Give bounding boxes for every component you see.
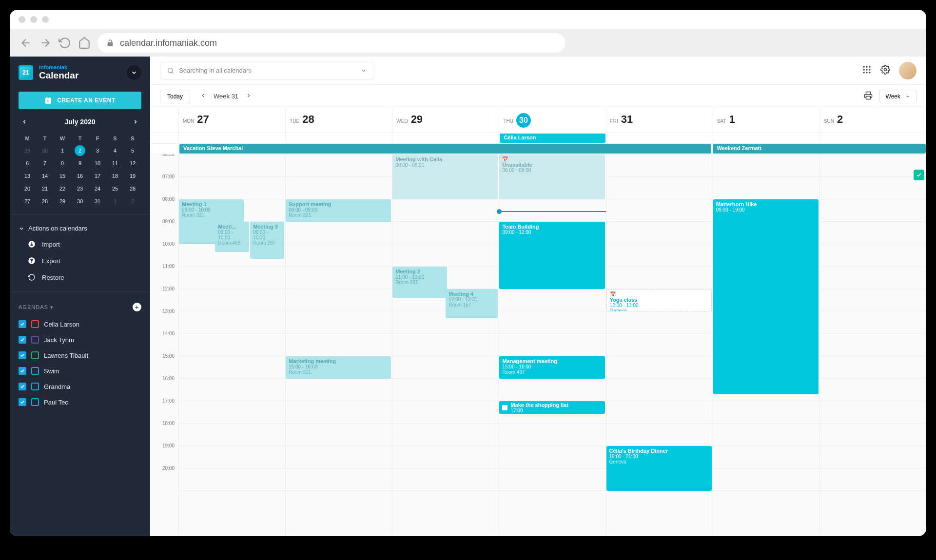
calendar-event[interactable]: Célia's Birthday Dinner19:00 - 21:00Gene… bbox=[606, 446, 712, 491]
calendar-event[interactable]: Meeting with Celia06:00 - 08:00 bbox=[392, 154, 498, 199]
mini-cal-day[interactable]: 16 bbox=[71, 170, 89, 182]
allday-event[interactable]: Vacation Steve Marchal bbox=[179, 144, 711, 154]
day-column[interactable] bbox=[819, 154, 926, 536]
mini-cal-day[interactable]: 1 bbox=[54, 144, 71, 157]
checkbox[interactable] bbox=[19, 383, 26, 390]
day-column[interactable]: Meeting 108:00 - 10:00Room 321Meeti...09… bbox=[178, 154, 285, 536]
mini-cal-day[interactable]: 13 bbox=[19, 170, 36, 182]
home-icon[interactable] bbox=[78, 37, 91, 49]
checkbox[interactable] bbox=[19, 351, 26, 359]
sidebar-toggle[interactable] bbox=[127, 65, 141, 80]
print-icon[interactable] bbox=[864, 91, 873, 102]
mini-cal-day[interactable]: 2 bbox=[124, 195, 141, 208]
back-icon[interactable] bbox=[20, 37, 32, 49]
mini-cal-day[interactable]: 3 bbox=[89, 144, 106, 157]
day-header[interactable]: SUN2 bbox=[819, 108, 926, 133]
prev-month-button[interactable] bbox=[19, 116, 30, 128]
day-header[interactable]: TUE28 bbox=[285, 108, 392, 133]
day-column[interactable]: Support meeting08:00 - 09:00Room 321Mark… bbox=[285, 154, 392, 536]
mini-cal-day[interactable]: 6 bbox=[19, 157, 36, 170]
action-import[interactable]: Import bbox=[10, 236, 150, 252]
mini-cal-day[interactable]: 1 bbox=[106, 195, 124, 208]
avatar[interactable] bbox=[899, 62, 916, 79]
mini-cal-day[interactable]: 14 bbox=[36, 170, 54, 182]
mini-cal-day[interactable]: 29 bbox=[54, 195, 71, 208]
calendar-event[interactable]: Marketing meeting15:00 - 16:00Room 321 bbox=[286, 356, 391, 379]
calendar-event[interactable]: Meeting 211:00 - 13:00Room 287 bbox=[392, 267, 447, 298]
mini-cal-day[interactable]: 18 bbox=[106, 170, 124, 182]
calendar-event[interactable]: Meeting 412:00 - 13:30Room 157 bbox=[446, 289, 498, 318]
day-header[interactable]: THU30 bbox=[499, 108, 605, 133]
calendar-event[interactable]: Support meeting08:00 - 09:00Room 321 bbox=[286, 199, 391, 222]
agenda-item[interactable]: Swim bbox=[10, 363, 150, 379]
search-input[interactable]: Searching in all calendars bbox=[160, 62, 374, 79]
mini-cal-day[interactable]: 2 bbox=[75, 145, 85, 156]
calendar-event[interactable]: 📅 Unavailable06:00 - 08:00 bbox=[499, 154, 604, 199]
calendar-event[interactable]: Management meeting15:00 - 16:00Room 437 bbox=[499, 356, 604, 379]
action-export[interactable]: Export bbox=[10, 252, 150, 269]
mini-cal-day[interactable]: 23 bbox=[71, 182, 89, 195]
mini-cal-day[interactable]: 15 bbox=[54, 170, 71, 182]
day-header[interactable]: WED29 bbox=[392, 108, 499, 133]
calendar-event[interactable]: Make the shopping list17:00 bbox=[499, 401, 604, 414]
day-column[interactable]: Matterhorn Hike09:00 - 19:00 bbox=[713, 154, 819, 536]
checkbox[interactable] bbox=[19, 367, 26, 375]
agenda-item[interactable]: Lawrens Tibault bbox=[10, 348, 150, 363]
side-badge[interactable] bbox=[914, 170, 924, 180]
task-checkbox-icon[interactable] bbox=[502, 405, 507, 410]
calendar-event[interactable]: Meeting 309:00 - 10:30Room 287 bbox=[250, 222, 284, 259]
day-header[interactable]: MON27 bbox=[178, 108, 285, 133]
action-restore[interactable]: Restore bbox=[10, 269, 150, 286]
calendar-grid[interactable]: 06:0007:0008:0009:0010:0011:0012:0013:00… bbox=[150, 154, 926, 536]
close-dot[interactable] bbox=[19, 16, 25, 23]
maximize-dot[interactable] bbox=[42, 16, 49, 23]
mini-cal-day[interactable]: 30 bbox=[71, 195, 89, 208]
agenda-item[interactable]: Grandma bbox=[10, 379, 150, 394]
calendar-event[interactable]: Meeti...09:00 - 10:00Room 456 bbox=[215, 222, 249, 252]
apps-icon[interactable] bbox=[862, 65, 872, 77]
actions-toggle[interactable]: Actions on calendars bbox=[10, 221, 150, 236]
day-column[interactable]: Meeting with Celia06:00 - 08:00Meeting 2… bbox=[392, 154, 499, 536]
mini-cal-day[interactable]: 31 bbox=[89, 195, 106, 208]
day-column[interactable]: 📅 Yoga class12:00 - 13:00GenevaCélia's B… bbox=[606, 154, 713, 536]
mini-cal-day[interactable]: 29 bbox=[19, 144, 36, 157]
agenda-item[interactable]: Jack Tynm bbox=[10, 332, 150, 348]
checkbox[interactable] bbox=[19, 320, 26, 328]
mini-cal-day[interactable]: 17 bbox=[89, 170, 106, 182]
calendar-event[interactable]: 📅 Yoga class12:00 - 13:00Geneva bbox=[606, 289, 712, 311]
agenda-item[interactable]: Paul Tec bbox=[10, 394, 150, 410]
mini-cal-day[interactable]: 21 bbox=[36, 182, 54, 195]
allday-event[interactable]: Célia Larson bbox=[500, 134, 605, 143]
forward-icon[interactable] bbox=[39, 37, 52, 49]
mini-cal-day[interactable]: 27 bbox=[19, 195, 36, 208]
mini-cal-day[interactable]: 24 bbox=[89, 182, 106, 195]
mini-cal-day[interactable]: 10 bbox=[89, 157, 106, 170]
day-header[interactable]: SAT1 bbox=[713, 108, 819, 133]
today-button[interactable]: Today bbox=[160, 90, 190, 103]
minimize-dot[interactable] bbox=[30, 16, 37, 23]
mini-cal-day[interactable]: 7 bbox=[36, 157, 54, 170]
mini-cal-day[interactable]: 5 bbox=[124, 144, 141, 157]
day-column[interactable]: 📅 Unavailable06:00 - 08:00Team Building0… bbox=[499, 154, 605, 536]
agenda-item[interactable]: Celia Larson bbox=[10, 316, 150, 332]
add-agenda-button[interactable]: + bbox=[133, 303, 141, 311]
mini-cal-day[interactable]: 11 bbox=[106, 157, 124, 170]
calendar-event[interactable]: Matterhorn Hike09:00 - 19:00 bbox=[713, 199, 819, 394]
mini-cal-day[interactable]: 8 bbox=[54, 157, 71, 170]
mini-cal-day[interactable]: 19 bbox=[124, 170, 141, 182]
mini-cal-day[interactable]: 4 bbox=[106, 144, 124, 157]
mini-cal-day[interactable]: 20 bbox=[19, 182, 36, 195]
view-select[interactable]: Week bbox=[879, 90, 916, 103]
checkbox[interactable] bbox=[19, 398, 26, 406]
mini-cal-day[interactable]: 28 bbox=[36, 195, 54, 208]
reload-icon[interactable] bbox=[58, 37, 71, 49]
mini-cal-day[interactable]: 9 bbox=[71, 157, 89, 170]
mini-cal-day[interactable]: 22 bbox=[54, 182, 71, 195]
checkbox[interactable] bbox=[19, 336, 26, 344]
next-week-button[interactable] bbox=[245, 92, 252, 101]
mini-cal-day[interactable]: 30 bbox=[36, 144, 54, 157]
allday-event[interactable]: Weekend Zermatt bbox=[713, 144, 926, 154]
gear-icon[interactable] bbox=[880, 65, 890, 77]
day-header[interactable]: FRI31 bbox=[606, 108, 713, 133]
prev-week-button[interactable] bbox=[200, 92, 207, 101]
